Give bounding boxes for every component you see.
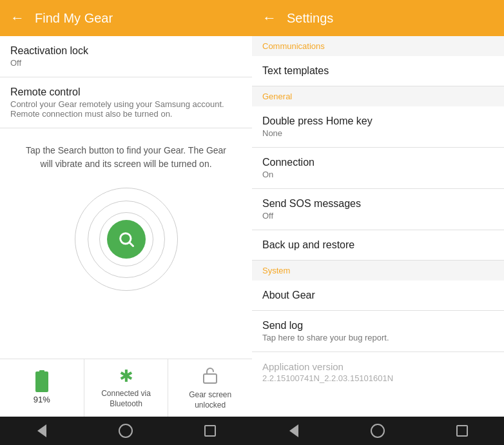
- bluetooth-label: Connected viaBluetooth: [101, 389, 151, 409]
- find-gear-message: Tap the Search button to find your Gear.…: [0, 128, 252, 181]
- reactivation-lock-item[interactable]: Reactivation lock Off: [0, 36, 252, 77]
- right-content: Communications Text templates General Do…: [252, 36, 504, 417]
- search-button[interactable]: [107, 220, 146, 259]
- gear-screen-label: Gear screenunlocked: [189, 390, 231, 410]
- section-system: System: [252, 261, 504, 281]
- connection-sub: On: [262, 170, 494, 179]
- send-sos-sub: Off: [262, 211, 494, 221]
- right-home-nav-button[interactable]: [367, 420, 388, 441]
- connection-title: Connection: [262, 157, 494, 168]
- app-version-label: Application version: [262, 361, 494, 372]
- text-templates-item[interactable]: Text templates: [252, 56, 504, 86]
- double-press-home-sub: None: [262, 128, 494, 138]
- send-log-sub: Tap here to share your bug report.: [262, 333, 494, 342]
- backup-restore-title: Back up and restore: [262, 239, 494, 251]
- unlock-icon: [203, 366, 217, 388]
- right-recents-nav-icon: [456, 425, 468, 437]
- left-recents-nav-button[interactable]: [200, 420, 220, 441]
- reactivation-lock-subtitle: Off: [10, 58, 242, 68]
- left-content: Reactivation lock Off Remote control Con…: [0, 36, 252, 359]
- svg-rect-2: [204, 374, 217, 383]
- double-press-home-item[interactable]: Double press Home key None: [252, 106, 504, 148]
- status-bar: 91% ✱ Connected viaBluetooth Gear screen…: [0, 359, 252, 417]
- search-ripple: [75, 188, 178, 291]
- about-gear-title: About Gear: [262, 290, 494, 301]
- remote-control-item[interactable]: Remote control Control your Gear remotel…: [0, 77, 252, 128]
- text-templates-title: Text templates: [262, 65, 494, 77]
- left-back-nav-icon: [37, 424, 46, 437]
- double-press-home-title: Double press Home key: [262, 115, 494, 127]
- left-header: ← Find My Gear: [0, 0, 252, 36]
- battery-status-item: 91%: [0, 359, 84, 417]
- gear-screen-status-item: Gear screenunlocked: [168, 359, 252, 417]
- right-header: ← Settings: [252, 0, 504, 36]
- left-panel: ← Find My Gear Reactivation lock Off Rem…: [0, 0, 252, 445]
- section-communications: Communications: [252, 36, 504, 56]
- right-back-button[interactable]: ←: [262, 10, 276, 26]
- left-back-nav-button[interactable]: [32, 420, 52, 441]
- battery-icon: [35, 371, 48, 392]
- backup-restore-item[interactable]: Back up and restore: [252, 230, 504, 261]
- right-nav-bar: [252, 417, 504, 445]
- left-home-nav-button[interactable]: [115, 420, 136, 441]
- search-circle-container: [0, 181, 252, 304]
- send-sos-item[interactable]: Send SOS messages Off: [252, 189, 504, 230]
- left-back-button[interactable]: ←: [10, 10, 24, 26]
- remote-control-subtitle: Control your Gear remotely using your Sa…: [10, 99, 242, 119]
- right-panel: ← Settings Communications Text templates…: [252, 0, 504, 445]
- left-header-title: Find My Gear: [35, 11, 113, 26]
- bluetooth-icon: ✱: [119, 366, 133, 386]
- battery-percentage: 91%: [34, 395, 50, 404]
- left-home-nav-icon: [119, 424, 133, 438]
- right-back-nav-button[interactable]: [284, 420, 304, 441]
- send-log-item[interactable]: Send log Tap here to share your bug repo…: [252, 311, 504, 352]
- app-version-value: 2.2.15100741N_2.2.03.15101601N: [262, 373, 494, 383]
- right-recents-nav-button[interactable]: [452, 420, 472, 441]
- right-home-nav-icon: [371, 424, 385, 438]
- right-back-nav-icon: [289, 424, 298, 437]
- send-sos-title: Send SOS messages: [262, 198, 494, 210]
- connection-item[interactable]: Connection On: [252, 148, 504, 189]
- remote-control-title: Remote control: [10, 86, 242, 98]
- left-recents-nav-icon: [204, 425, 216, 437]
- send-log-title: Send log: [262, 320, 494, 331]
- app-version-item: Application version 2.2.15100741N_2.2.03…: [252, 352, 504, 392]
- section-general: General: [252, 86, 504, 106]
- svg-line-1: [130, 242, 133, 246]
- left-nav-bar: [0, 417, 252, 445]
- reactivation-lock-title: Reactivation lock: [10, 45, 242, 57]
- right-header-title: Settings: [287, 11, 333, 26]
- about-gear-item[interactable]: About Gear: [252, 281, 504, 311]
- bluetooth-status-item: ✱ Connected viaBluetooth: [84, 359, 169, 417]
